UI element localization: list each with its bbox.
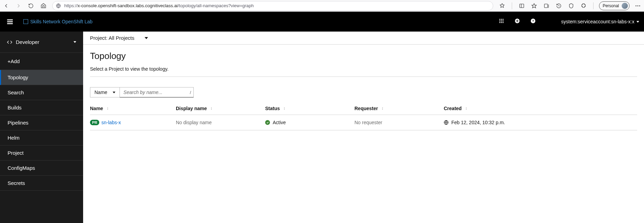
svg-rect-16 [502,21,504,22]
reload-button[interactable] [27,2,35,10]
svg-rect-12 [501,19,502,20]
extension-icon[interactable] [498,2,506,10]
main-panel: Project: All Projects Topology Select a … [83,32,644,223]
more-icon[interactable] [634,2,642,10]
svg-rect-8 [7,20,13,21]
back-button[interactable] [2,2,10,10]
globe-icon [56,3,61,8]
svg-rect-4 [544,4,547,8]
nav-item[interactable]: Search [0,85,83,100]
col-display-name[interactable]: Display name ↕ [176,106,265,111]
history-icon[interactable] [555,2,563,10]
avatar [622,3,628,9]
menu-button[interactable] [5,16,15,27]
project-label: Project: All Projects [90,35,134,41]
nav-item[interactable]: Project [0,145,83,161]
sort-icon: ↕ [465,106,467,111]
svg-point-7 [639,5,640,6]
shortcut-hint: / [190,90,191,95]
status-cell: Active [265,120,354,125]
nav-item-label: Project [8,150,24,156]
url-bar[interactable]: https://x-console.openshift-sandbox.labs… [52,1,493,11]
sort-icon: ↕ [210,106,212,111]
svg-rect-18 [501,22,502,23]
apps-icon[interactable] [499,18,504,25]
search-input[interactable] [120,87,194,97]
nav-item[interactable]: ConfigMaps [0,161,83,176]
col-name[interactable]: Name ↕ [90,106,176,111]
collections-icon[interactable] [542,2,551,10]
svg-rect-9 [7,21,13,22]
svg-rect-1 [520,4,524,8]
caret-down-icon [113,92,115,93]
nav-item[interactable]: Helm [0,130,83,145]
forward-button[interactable] [14,2,23,10]
display-name-cell: No display name [176,120,265,125]
app-logo[interactable]: Skills Network OpenShift Lab [23,19,92,24]
svg-rect-10 [7,23,13,24]
svg-rect-17 [499,22,500,23]
table-row: PRsn-labs-xNo display nameActiveNo reque… [90,115,637,130]
caret-down-icon [74,41,76,43]
nav-item-label: Search [8,90,24,95]
created-cell: Feb 12, 2024, 10:32 p.m. [444,120,637,125]
bookmark-icon[interactable] [530,2,538,10]
app-header: Skills Network OpenShift Lab ? system:se… [0,12,644,32]
svg-rect-13 [502,19,504,20]
nav-item-label: Builds [8,105,22,110]
nav-item-label: +Add [8,58,20,64]
profile-button[interactable]: Personal [599,1,630,10]
perspective-label: Developer [16,39,70,45]
col-created[interactable]: Created ↕ [444,106,637,111]
nav-item[interactable]: Builds [0,100,83,115]
caret-down-icon [145,37,148,39]
user-label: system:serviceaccount:sn-labs-x:x [561,19,634,24]
table-head: Name ↕ Display name ↕ Status ↕ Requester… [90,102,637,115]
url-text: https://x-console.openshift-sandbox.labs… [64,3,254,8]
nav-item-label: Topology [8,74,28,80]
projects-table: Name ↕ Display name ↕ Status ↕ Requester… [83,100,644,130]
home-button[interactable] [39,2,47,10]
svg-rect-11 [499,19,500,20]
col-requester[interactable]: Requester ↕ [354,106,444,111]
sidebar: Developer +AddTopologySearchBuildsPipeli… [0,32,83,223]
project-selector[interactable]: Project: All Projects [83,32,644,45]
help-icon[interactable]: ? [530,18,536,25]
nav-item-label: Secrets [8,180,25,186]
page-title: Topology [90,51,637,61]
page-description: Select a Project to view the topology. [90,66,637,72]
user-menu[interactable]: system:serviceaccount:sn-labs-x:x [561,19,639,24]
sort-icon: ↕ [381,106,383,111]
svg-rect-22 [516,21,519,21]
svg-point-6 [637,5,639,6]
nav-item[interactable]: Topology [0,70,83,85]
puzzle-icon[interactable] [579,2,588,10]
svg-point-5 [635,5,636,6]
filter-type-dropdown[interactable]: Name [90,87,120,97]
svg-marker-3 [532,3,536,8]
nav-item[interactable]: +Add [0,53,83,70]
project-badge: PR [90,120,99,125]
project-link[interactable]: sn-labs-x [101,120,121,125]
col-status[interactable]: Status ↕ [265,106,354,111]
nav-item[interactable]: Pipelines [0,115,83,130]
add-icon[interactable] [515,18,520,25]
nav-item-label: ConfigMaps [8,165,35,171]
shield-icon[interactable] [567,2,575,10]
sort-icon: ↕ [106,106,109,111]
perspective-switcher[interactable]: Developer [0,32,83,53]
sort-icon: ↕ [283,106,285,111]
logo-text: Skills Network OpenShift Lab [30,19,92,24]
nav-item[interactable]: Secrets [0,176,83,191]
sidebar-icon[interactable] [518,2,526,10]
svg-text:?: ? [532,19,534,23]
svg-rect-14 [499,21,500,22]
profile-label: Personal [603,3,619,8]
nav-item-label: Helm [8,135,20,141]
check-circle-icon [265,120,270,125]
code-icon [7,39,12,45]
requester-cell: No requester [354,120,444,125]
svg-rect-19 [502,22,504,23]
caret-down-icon [636,21,639,23]
svg-rect-15 [501,21,502,22]
